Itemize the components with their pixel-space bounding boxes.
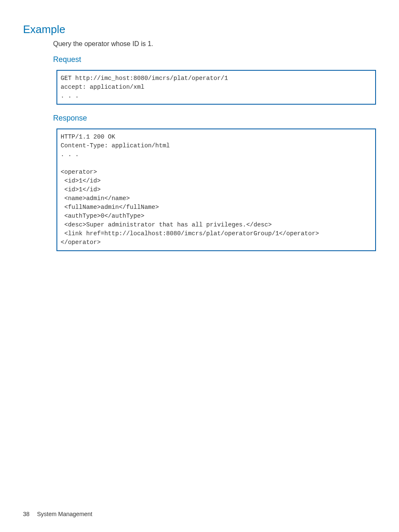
heading-example: Example	[23, 23, 376, 36]
heading-response: Response	[53, 114, 376, 123]
intro-text: Query the operator whose ID is 1.	[53, 40, 376, 48]
page-footer: 38 System Management	[23, 511, 92, 517]
page-number: 38	[23, 511, 30, 517]
footer-section: System Management	[37, 511, 92, 517]
heading-request: Request	[53, 55, 376, 64]
code-block-response: HTTP/1.1 200 OK Content-Type: applicatio…	[56, 129, 376, 251]
code-block-request: GET http://imc_host:8080/imcrs/plat/oper…	[56, 70, 376, 105]
